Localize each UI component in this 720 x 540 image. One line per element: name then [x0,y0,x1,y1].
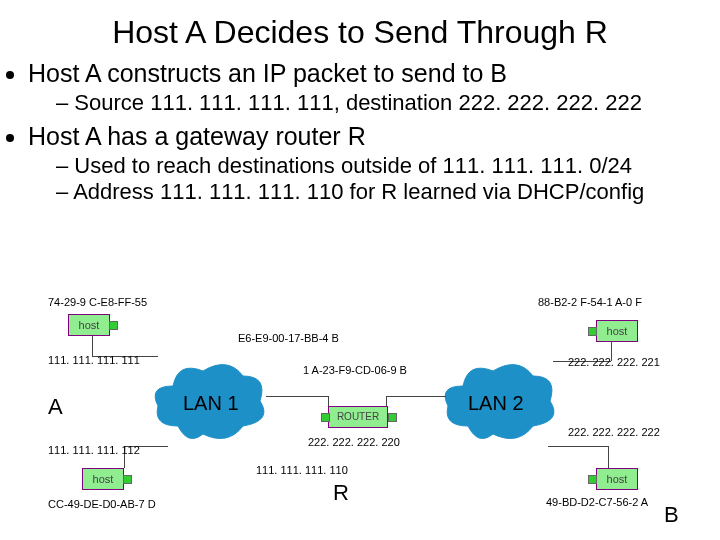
mac-host-c: CC-49-DE-D0-AB-7 D [48,498,156,510]
anchor-icon [109,321,118,330]
label-b: B [664,502,679,528]
bullet-1a: Source 111. 111. 111. 111, destination 2… [56,90,720,116]
mac-host-b: 49-BD-D2-C7-56-2 A [546,496,648,508]
mac-host-a: 74-29-9 C-E8-FF-55 [48,296,147,308]
ip-router-right: 222. 222. 222. 220 [308,436,400,448]
label-a: A [48,394,63,420]
bullet-2: Host A has a gateway router R [28,122,720,151]
bullet-1: Host A constructs an IP packet to send t… [28,59,720,88]
anchor-icon [321,413,330,422]
anchor-icon [123,475,132,484]
ip-host-d: 222. 222. 222. 221 [568,356,660,368]
mac-router-right: 1 A-23-F9-CD-06-9 B [303,364,407,376]
mac-router-left: E6-E9-00-17-BB-4 B [238,332,339,344]
label-r: R [333,480,349,506]
bullet-list: Host A constructs an IP packet to send t… [28,59,720,205]
mac-host-d: 88-B2-2 F-54-1 A-0 F [538,296,642,308]
bullet-2a: Used to reach destinations outside of 11… [56,153,720,179]
bullet-2b: Address 111. 111. 111. 110 for R learned… [56,179,720,205]
anchor-icon [588,475,597,484]
label-lan1: LAN 1 [183,392,239,415]
host-b-box: host [596,468,638,490]
anchor-icon [588,327,597,336]
slide-title: Host A Decides to Send Through R [0,14,720,51]
anchor-icon [388,413,397,422]
label-lan2: LAN 2 [468,392,524,415]
ip-host-c: 111. 111. 111. 112 [48,444,140,456]
host-a-box: host [68,314,110,336]
host-d-box: host [596,320,638,342]
router-box: ROUTER [328,406,388,428]
host-c-box: host [82,468,124,490]
ip-host-b: 222. 222. 222. 222 [568,426,660,438]
ip-host-a: 111. 111. 111. 111 [48,354,140,366]
network-diagram: 74-29-9 C-E8-FF-55 host 111. 111. 111. 1… [48,296,688,526]
ip-router-left: 111. 111. 111. 110 [256,464,348,476]
